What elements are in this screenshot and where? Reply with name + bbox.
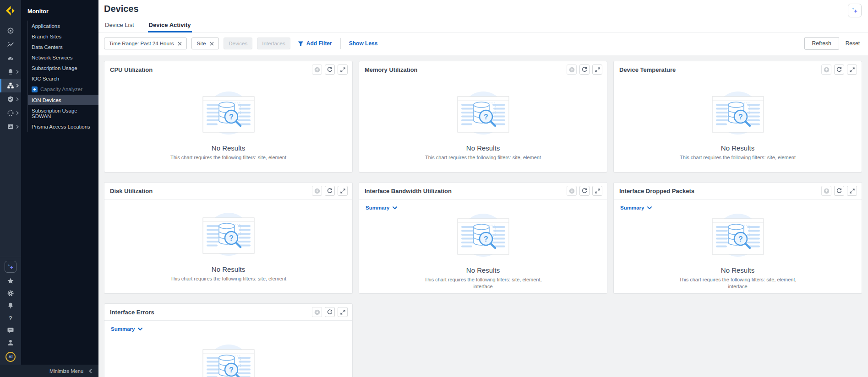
card-device-temperature: Device Temperature bbox=[613, 61, 862, 172]
menu-item-network-services[interactable]: Network Services bbox=[28, 52, 98, 63]
expand-chart-button[interactable] bbox=[592, 65, 602, 75]
download-icon bbox=[568, 188, 575, 194]
rail-item-security[interactable] bbox=[0, 92, 21, 106]
dashed-circle-icon bbox=[7, 109, 14, 117]
show-less-button[interactable]: Show Less bbox=[349, 40, 378, 47]
rail-item-alerts[interactable] bbox=[0, 65, 21, 79]
menu-item-subscription-usage-sdwan[interactable]: Subscription Usage SDWAN bbox=[28, 105, 98, 121]
remove-filter-icon[interactable] bbox=[178, 42, 182, 46]
card-actions bbox=[821, 65, 857, 75]
download-icon bbox=[314, 188, 321, 194]
rail-item-network-devices[interactable] bbox=[0, 79, 21, 92]
rail-item-reports[interactable] bbox=[0, 120, 21, 134]
no-results-illustration: ? bbox=[192, 209, 265, 263]
rail-item-dashboard[interactable] bbox=[0, 24, 21, 38]
tab-device-list[interactable]: Device List bbox=[104, 17, 135, 32]
user-avatar[interactable]: Al bbox=[5, 352, 16, 362]
menu-item-data-centers[interactable]: Data Centers bbox=[28, 42, 98, 52]
reset-button[interactable]: Reset bbox=[844, 38, 862, 49]
no-results-illustration: ? bbox=[447, 210, 520, 264]
title-row: Devices bbox=[98, 0, 868, 17]
card-title: Interface Dropped Packets bbox=[619, 188, 694, 194]
menu-tree: Applications Branch Sites Data Centers N… bbox=[27, 21, 98, 132]
help-icon: ? bbox=[9, 315, 12, 322]
download-button[interactable] bbox=[312, 307, 322, 317]
rail-item-activity[interactable] bbox=[0, 38, 21, 51]
expand-chart-button[interactable] bbox=[338, 65, 348, 75]
menu-item-applications[interactable]: Applications bbox=[28, 21, 98, 31]
download-icon bbox=[568, 66, 575, 73]
rail-item-usage[interactable] bbox=[0, 51, 21, 65]
copilot-button[interactable] bbox=[848, 4, 862, 17]
filter-chip-time-range[interactable]: Time Range: Past 24 Hours bbox=[104, 38, 187, 49]
download-button[interactable] bbox=[567, 186, 577, 196]
feedback-button[interactable] bbox=[6, 326, 15, 334]
refresh-button[interactable]: Refresh bbox=[804, 37, 839, 50]
expand-chart-button[interactable] bbox=[847, 65, 857, 75]
no-results-label: No Results bbox=[466, 144, 500, 152]
download-button[interactable] bbox=[821, 65, 831, 75]
download-button[interactable] bbox=[567, 65, 577, 75]
sitemap-icon bbox=[7, 82, 14, 89]
expand-icon bbox=[595, 188, 601, 194]
copilot-launcher-button[interactable] bbox=[5, 261, 16, 273]
favorites-button[interactable] bbox=[6, 277, 15, 285]
menu-item-ioc-search[interactable]: IOC Search bbox=[28, 73, 98, 84]
add-filter-button[interactable]: Add Filter bbox=[298, 40, 332, 47]
download-button[interactable] bbox=[312, 186, 322, 196]
refresh-icon bbox=[581, 66, 588, 73]
refresh-icon bbox=[836, 188, 842, 194]
account-button[interactable] bbox=[6, 339, 15, 347]
menu-item-capacity-analyzer[interactable]: + Capacity Analyzer bbox=[28, 84, 98, 95]
download-button[interactable] bbox=[312, 65, 322, 75]
menu-item-branch-sites[interactable]: Branch Sites bbox=[28, 31, 98, 42]
expand-chart-button[interactable] bbox=[338, 307, 348, 317]
notifications-button[interactable] bbox=[6, 302, 15, 310]
remove-filter-icon[interactable] bbox=[210, 42, 214, 46]
refresh-chart-button[interactable] bbox=[325, 186, 335, 196]
summary-dropdown[interactable]: Summary bbox=[111, 326, 142, 332]
summary-dropdown[interactable]: Summary bbox=[620, 205, 652, 210]
help-button[interactable]: ? bbox=[6, 314, 15, 322]
expand-chart-button[interactable] bbox=[338, 186, 348, 196]
summary-dropdown[interactable]: Summary bbox=[366, 205, 397, 210]
download-icon bbox=[823, 66, 830, 73]
filter-chip-interfaces: Interfaces bbox=[257, 38, 290, 49]
menu-item-subscription-usage[interactable]: Subscription Usage bbox=[28, 63, 98, 73]
gear-icon bbox=[7, 290, 14, 297]
no-results-illustration: ? bbox=[701, 87, 775, 141]
card-actions bbox=[312, 65, 348, 75]
refresh-chart-button[interactable] bbox=[325, 65, 335, 75]
filter-chip-site[interactable]: Site bbox=[191, 38, 219, 49]
refresh-chart-button[interactable] bbox=[834, 186, 844, 196]
refresh-chart-button[interactable] bbox=[325, 307, 335, 317]
menu-item-ion-devices[interactable]: ION Devices bbox=[28, 95, 98, 105]
settings-button[interactable] bbox=[6, 289, 15, 297]
svg-text:?: ? bbox=[229, 113, 234, 121]
refresh-chart-button[interactable] bbox=[834, 65, 844, 75]
chevron-down-icon bbox=[647, 206, 652, 210]
monitor-menu: Monitor Applications Branch Sites Data C… bbox=[21, 0, 98, 365]
main-area: Devices Device List Device Activity Time… bbox=[98, 0, 868, 377]
chevron-right-icon bbox=[16, 84, 19, 88]
download-button[interactable] bbox=[821, 186, 831, 196]
download-icon bbox=[314, 309, 321, 316]
refresh-chart-button[interactable] bbox=[579, 186, 590, 196]
empty-state: ? No Results This chart requires the fol… bbox=[110, 202, 347, 289]
expand-chart-button[interactable] bbox=[592, 186, 602, 196]
required-filters-note: This chart requires the following filter… bbox=[419, 276, 547, 290]
sparkles-icon bbox=[851, 6, 859, 15]
palo-alto-logo[interactable] bbox=[0, 0, 21, 21]
no-results-label: No Results bbox=[212, 144, 245, 152]
empty-state: ? No Results This chart requires the fol… bbox=[365, 210, 601, 289]
rail-item-settings-group[interactable] bbox=[0, 106, 21, 120]
menu-item-prisma-access-locations[interactable]: Prisma Access Locations bbox=[28, 121, 98, 132]
card-actions bbox=[821, 186, 857, 196]
refresh-chart-button[interactable] bbox=[579, 65, 590, 75]
chevron-right-icon bbox=[16, 70, 19, 74]
expand-chart-button[interactable] bbox=[847, 186, 857, 196]
tab-device-activity[interactable]: Device Activity bbox=[148, 17, 192, 32]
download-icon bbox=[314, 66, 321, 73]
svg-text:?: ? bbox=[484, 235, 488, 242]
minimize-menu-button[interactable]: Minimize Menu bbox=[0, 365, 98, 377]
